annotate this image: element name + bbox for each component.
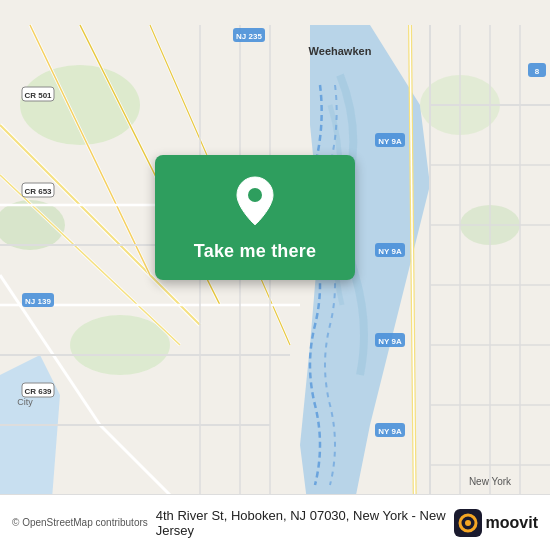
svg-text:NY 9A: NY 9A — [378, 137, 402, 146]
address-text: 4th River St, Hoboken, NJ 07030, New Yor… — [148, 508, 454, 538]
svg-text:NJ 139: NJ 139 — [25, 297, 51, 306]
location-pin-icon — [233, 175, 277, 231]
svg-text:NY 9A: NY 9A — [378, 337, 402, 346]
svg-text:NY 9A: NY 9A — [378, 247, 402, 256]
take-me-there-button[interactable]: Take me there — [194, 241, 316, 262]
svg-point-5 — [70, 315, 170, 375]
svg-text:Weehawken: Weehawken — [309, 45, 372, 57]
svg-point-67 — [465, 520, 471, 526]
action-card: Take me there — [155, 155, 355, 280]
svg-text:CR 653: CR 653 — [24, 187, 52, 196]
svg-text:New York: New York — [469, 476, 512, 487]
svg-text:NY 9A: NY 9A — [378, 427, 402, 436]
svg-text:NJ 235: NJ 235 — [236, 32, 262, 41]
svg-text:8: 8 — [535, 67, 540, 76]
bottom-bar: © OpenStreetMap contributors 4th River S… — [0, 494, 550, 550]
svg-text:CR 501: CR 501 — [24, 91, 52, 100]
svg-point-3 — [20, 65, 140, 145]
map-attribution: © OpenStreetMap contributors — [12, 517, 148, 528]
moovit-logo-text: moovit — [486, 514, 538, 532]
svg-text:CR 639: CR 639 — [24, 387, 52, 396]
moovit-brand-icon — [454, 509, 482, 537]
moovit-logo: moovit — [454, 509, 538, 537]
app-container: NJ 235 CR 501 CR 653 NJ 139 CR 639 NY 9A… — [0, 0, 550, 550]
svg-text:City: City — [17, 397, 33, 407]
svg-point-64 — [248, 188, 262, 202]
